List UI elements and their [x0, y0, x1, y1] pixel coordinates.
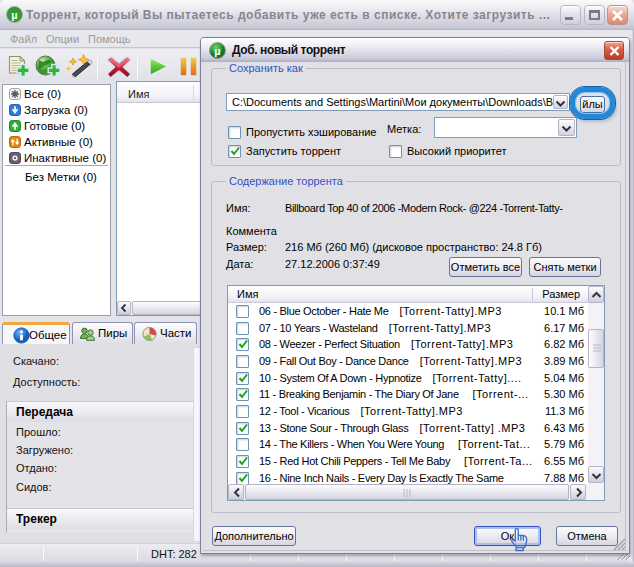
svg-text:µ: µ	[214, 45, 220, 57]
svg-text:µ: µ	[11, 9, 17, 21]
